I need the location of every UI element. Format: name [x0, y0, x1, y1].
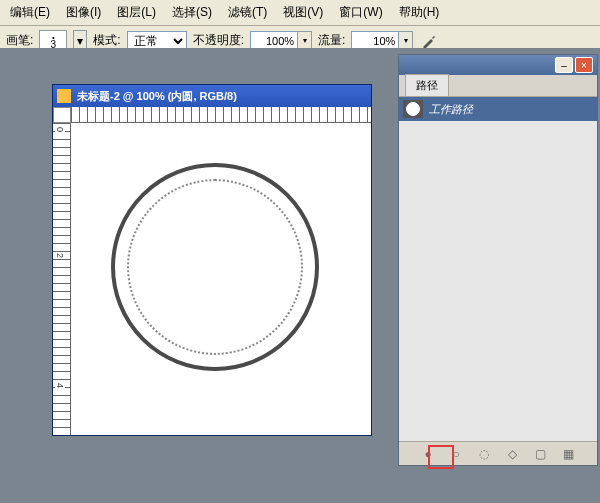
path-item-workpath[interactable]: 工作路径: [399, 97, 597, 121]
panel-footer: ● ○ ◌ ◇ ▢ ▦: [399, 441, 597, 465]
menubar: 编辑(E) 图像(I) 图层(L) 选择(S) 滤镜(T) 视图(V) 窗口(W…: [0, 0, 600, 26]
menu-image[interactable]: 图像(I): [60, 2, 107, 23]
menu-view[interactable]: 视图(V): [277, 2, 329, 23]
flow-label: 流量:: [318, 32, 345, 49]
document-titlebar[interactable]: 未标题-2 @ 100% (内圆, RGB/8): [53, 85, 371, 107]
ruler-corner: [53, 107, 71, 123]
menu-layer[interactable]: 图层(L): [111, 2, 162, 23]
brush-label: 画笔:: [6, 32, 33, 49]
panel-body[interactable]: [399, 121, 597, 441]
menu-window[interactable]: 窗口(W): [333, 2, 388, 23]
fill-path-icon[interactable]: ●: [419, 446, 437, 462]
stroke-path-icon[interactable]: ○: [447, 446, 465, 462]
panel-close-button[interactable]: ×: [575, 57, 593, 73]
document-window: 未标题-2 @ 100% (内圆, RGB/8) 0 2 4: [52, 84, 372, 436]
chevron-down-icon: ▾: [77, 34, 83, 48]
document-icon: [57, 89, 71, 103]
document-title: 未标题-2 @ 100% (内圆, RGB/8): [77, 89, 237, 104]
ruler-mark: 2: [55, 253, 65, 258]
mode-label: 模式:: [93, 32, 120, 49]
tab-paths[interactable]: 路径: [405, 74, 449, 96]
ruler-mark: 0: [55, 127, 65, 132]
menu-edit[interactable]: 编辑(E): [4, 2, 56, 23]
ruler-mark: 4: [55, 383, 65, 388]
delete-path-icon[interactable]: ▦: [559, 446, 577, 462]
ruler-horizontal[interactable]: [71, 107, 371, 123]
new-path-icon[interactable]: ▢: [531, 446, 549, 462]
path-item-label: 工作路径: [429, 102, 473, 117]
ruler-vertical[interactable]: 0 2 4: [53, 123, 71, 435]
panel-titlebar[interactable]: – ×: [399, 55, 597, 75]
canvas[interactable]: [71, 123, 371, 435]
paths-panel: – × 路径 工作路径 ● ○ ◌ ◇ ▢ ▦: [398, 54, 598, 466]
panel-tabs: 路径: [399, 75, 597, 97]
panel-minimize-button[interactable]: –: [555, 57, 573, 73]
selection-marquee: [127, 179, 303, 355]
path-to-selection-icon[interactable]: ◌: [475, 446, 493, 462]
menu-help[interactable]: 帮助(H): [393, 2, 446, 23]
selection-to-path-icon[interactable]: ◇: [503, 446, 521, 462]
menu-filter[interactable]: 滤镜(T): [222, 2, 273, 23]
opacity-label: 不透明度:: [193, 32, 244, 49]
menu-select[interactable]: 选择(S): [166, 2, 218, 23]
path-thumbnail: [403, 100, 423, 118]
